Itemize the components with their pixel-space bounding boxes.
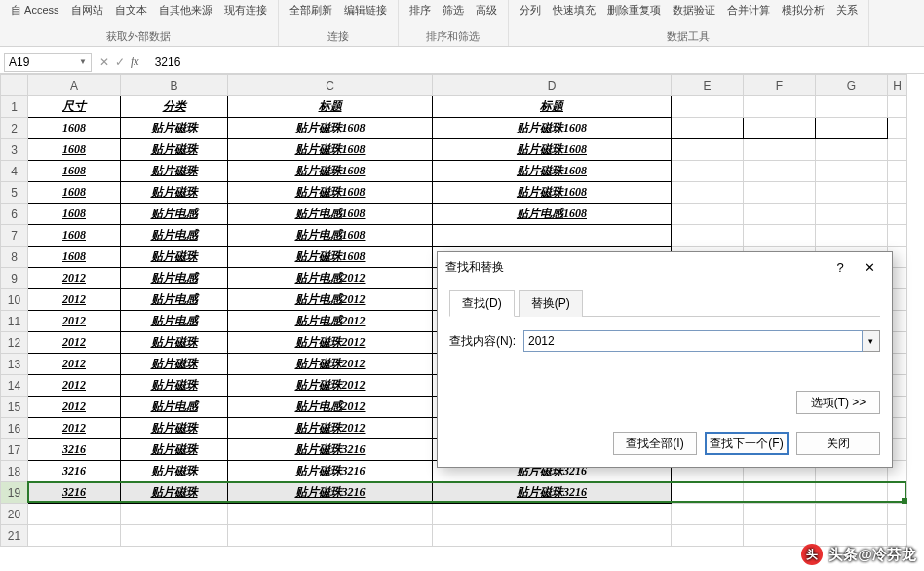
cell[interactable]: 贴片磁珠1608 [228,161,433,182]
row-header[interactable]: 16 [1,418,28,439]
cell[interactable]: 2012 [28,332,121,354]
chevron-down-icon[interactable]: ▾ [863,330,880,352]
chevron-down-icon[interactable]: ▼ [79,57,87,66]
row-header[interactable]: 11 [1,311,28,332]
cell[interactable]: 1608 [28,182,121,204]
cell[interactable] [744,139,816,161]
cell[interactable] [672,139,744,161]
ribbon-item[interactable]: 合并计算 [724,2,773,19]
row-header[interactable]: 3 [1,139,28,161]
ribbon-item[interactable]: 自文本 [112,2,150,19]
select-all-corner[interactable] [1,75,28,96]
col-header[interactable]: E [672,75,744,96]
cell[interactable] [816,504,888,525]
dialog-titlebar[interactable]: 查找和替换 ? ✕ [438,252,892,282]
cell[interactable] [816,225,888,247]
cell[interactable] [888,504,907,525]
cell[interactable]: 贴片磁珠 [121,332,228,354]
cell[interactable]: 贴片电感2012 [228,397,433,418]
cell[interactable] [816,182,888,204]
cell[interactable] [744,182,816,204]
cell[interactable]: 贴片电感 [121,268,228,289]
cell[interactable]: 贴片电感 [121,397,228,418]
cell[interactable] [121,504,228,525]
cell[interactable]: 贴片磁珠3216 [228,439,433,461]
cell[interactable] [744,482,816,504]
cell[interactable] [672,525,744,547]
cell[interactable]: 贴片磁珠2012 [228,418,433,439]
row-header[interactable]: 4 [1,161,28,182]
cell[interactable]: 贴片磁珠1608 [433,118,672,139]
ribbon-item[interactable]: 数据验证 [670,2,718,19]
cell[interactable]: 2012 [28,289,121,311]
cell[interactable]: 贴片磁珠 [121,482,228,504]
row-header[interactable]: 19 [1,482,28,504]
options-button[interactable]: 选项(T) >> [796,391,880,414]
ribbon-item[interactable]: 删除重复项 [604,2,664,19]
find-next-button[interactable]: 查找下一个(F) [705,432,789,455]
cell[interactable]: 1608 [28,204,121,225]
cell[interactable]: 贴片电感1608 [228,204,433,225]
cell[interactable] [672,118,744,139]
row-header[interactable]: 5 [1,182,28,204]
row-header[interactable]: 15 [1,397,28,418]
cell[interactable] [672,225,744,247]
ribbon-item[interactable]: 分列 [517,2,544,19]
cell[interactable]: 贴片磁珠1608 [228,247,433,268]
ribbon-item[interactable]: 快速填充 [550,2,598,19]
cancel-icon[interactable]: ✕ [99,56,109,69]
cell[interactable] [888,482,907,504]
row-header[interactable]: 6 [1,204,28,225]
cell[interactable]: 贴片电感 [121,225,228,247]
cell[interactable]: 2012 [28,268,121,289]
cell[interactable]: 贴片磁珠 [121,182,228,204]
tab-find[interactable]: 查找(D) [449,290,515,317]
row-header[interactable]: 20 [1,504,28,525]
row-header[interactable]: 21 [1,525,28,547]
cell[interactable]: 3216 [28,461,121,482]
cell[interactable]: 3216 [28,439,121,461]
cell[interactable]: 分类 [121,96,228,118]
cell[interactable] [672,96,744,118]
col-header[interactable]: G [816,75,888,96]
col-header[interactable]: B [121,75,228,96]
cell[interactable] [433,504,672,525]
cell[interactable] [888,225,907,247]
ribbon-item[interactable]: 自 Access [8,2,62,19]
cell[interactable]: 贴片电感 [121,204,228,225]
cell[interactable]: 1608 [28,247,121,268]
row-header[interactable]: 10 [1,289,28,311]
cell[interactable]: 贴片磁珠 [121,461,228,482]
cell[interactable] [816,161,888,182]
cell[interactable] [433,225,672,247]
cell[interactable] [888,182,907,204]
name-box[interactable]: A19 ▼ [4,53,92,72]
cell[interactable] [672,182,744,204]
cell[interactable]: 1608 [28,118,121,139]
cell[interactable]: 标题 [433,96,672,118]
cell[interactable]: 2012 [28,418,121,439]
cell[interactable] [744,504,816,525]
col-header[interactable]: D [433,75,672,96]
cell[interactable]: 贴片电感 [121,289,228,311]
cell[interactable]: 贴片磁珠1608 [228,139,433,161]
row-header[interactable]: 2 [1,118,28,139]
help-icon[interactable]: ? [826,260,855,275]
find-all-button[interactable]: 查找全部(I) [613,432,697,455]
cell[interactable] [672,161,744,182]
col-header[interactable]: C [228,75,433,96]
cell[interactable] [28,504,121,525]
cell[interactable] [672,504,744,525]
cell[interactable]: 标题 [228,96,433,118]
cell[interactable]: 贴片磁珠2012 [228,375,433,397]
find-input[interactable] [523,330,863,352]
cell[interactable] [816,139,888,161]
tab-replace[interactable]: 替换(P) [519,290,583,317]
cell[interactable]: 贴片磁珠 [121,247,228,268]
cell[interactable]: 1608 [28,225,121,247]
cell[interactable]: 贴片磁珠 [121,139,228,161]
cell[interactable]: 2012 [28,375,121,397]
row-header[interactable]: 7 [1,225,28,247]
cell[interactable]: 贴片磁珠3216 [433,482,672,504]
cell[interactable] [744,204,816,225]
